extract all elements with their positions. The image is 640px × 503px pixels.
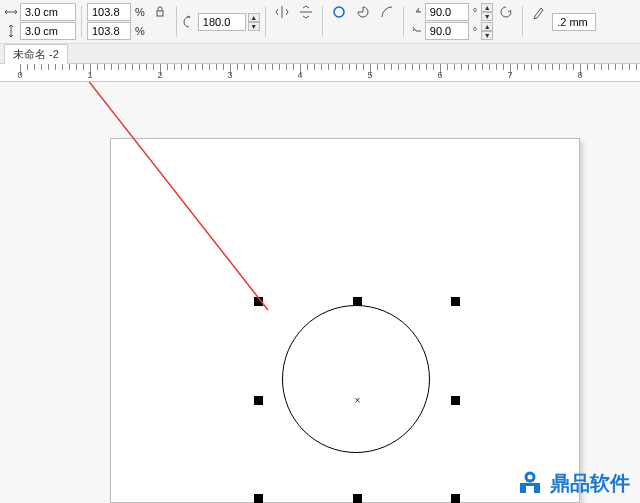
degree-label: ° xyxy=(471,6,479,18)
scale-group: % % xyxy=(87,2,147,41)
handle-bottom-right[interactable] xyxy=(451,494,460,503)
object-width-input[interactable] xyxy=(20,3,76,21)
swap-direction-button[interactable] xyxy=(495,2,517,22)
svg-point-4 xyxy=(526,473,534,481)
start-angle-icon xyxy=(409,5,423,19)
handle-middle-right[interactable] xyxy=(451,396,460,405)
selection-center-icon: × xyxy=(353,396,362,405)
arc-tool-button[interactable] xyxy=(376,2,398,22)
percent-label: % xyxy=(133,25,147,37)
rotation-up[interactable]: ▲ xyxy=(248,13,260,22)
scale-x-input[interactable] xyxy=(87,3,131,21)
handle-top-right[interactable] xyxy=(451,297,460,306)
rotation-input[interactable] xyxy=(198,13,246,31)
watermark-text: 鼎品软件 xyxy=(550,470,630,497)
canvas-area[interactable]: × 鼎品软件 xyxy=(0,82,640,503)
start-angle-down[interactable]: ▼ xyxy=(481,12,493,21)
document-tab[interactable]: 未命名 -2 xyxy=(4,44,68,64)
rotate-icon xyxy=(182,15,196,29)
end-angle-down[interactable]: ▼ xyxy=(481,31,493,40)
svg-point-1 xyxy=(334,7,344,17)
property-bar: % % ▲ ▼ xyxy=(0,0,640,44)
end-angle-up[interactable]: ▲ xyxy=(481,22,493,31)
handle-bottom-middle[interactable] xyxy=(353,494,362,503)
end-angle-input[interactable] xyxy=(425,22,469,40)
handle-top-left[interactable] xyxy=(254,297,263,306)
svg-rect-0 xyxy=(157,11,163,16)
percent-label: % xyxy=(133,6,147,18)
scale-y-input[interactable] xyxy=(87,22,131,40)
handle-top-middle[interactable] xyxy=(353,297,362,306)
rotation-group: ▲ ▼ xyxy=(182,13,260,31)
start-angle-input[interactable] xyxy=(425,3,469,21)
degree-label: ° xyxy=(471,25,479,37)
document-tab-bar: 未命名 -2 xyxy=(0,44,640,64)
start-angle-up[interactable]: ▲ xyxy=(481,3,493,12)
watermark: 鼎品软件 xyxy=(516,469,630,497)
end-angle-icon xyxy=(409,24,423,38)
horizontal-ruler[interactable]: 012345678 xyxy=(0,64,640,82)
selection-bounding-box[interactable]: × xyxy=(258,301,456,499)
mirror-horizontal-button[interactable] xyxy=(271,2,293,22)
outline-pen-button[interactable] xyxy=(528,2,550,22)
outline-width-input[interactable] xyxy=(552,13,596,31)
lock-ratio-button[interactable] xyxy=(149,2,171,22)
rotation-down[interactable]: ▼ xyxy=(248,22,260,31)
mirror-vertical-button[interactable] xyxy=(295,2,317,22)
pie-tool-button[interactable] xyxy=(352,2,374,22)
ellipse-tool-button[interactable] xyxy=(328,2,350,22)
svg-rect-7 xyxy=(520,483,540,486)
ellipse-object[interactable] xyxy=(282,305,430,453)
size-width-height-group xyxy=(4,2,76,41)
handle-middle-left[interactable] xyxy=(254,396,263,405)
width-icon xyxy=(4,5,18,19)
object-height-input[interactable] xyxy=(20,22,76,40)
start-end-angle-group: ° ▲ ▼ ° ▲ ▼ xyxy=(409,2,493,41)
watermark-logo-icon xyxy=(516,469,544,497)
handle-bottom-left[interactable] xyxy=(254,494,263,503)
height-icon xyxy=(4,24,18,38)
